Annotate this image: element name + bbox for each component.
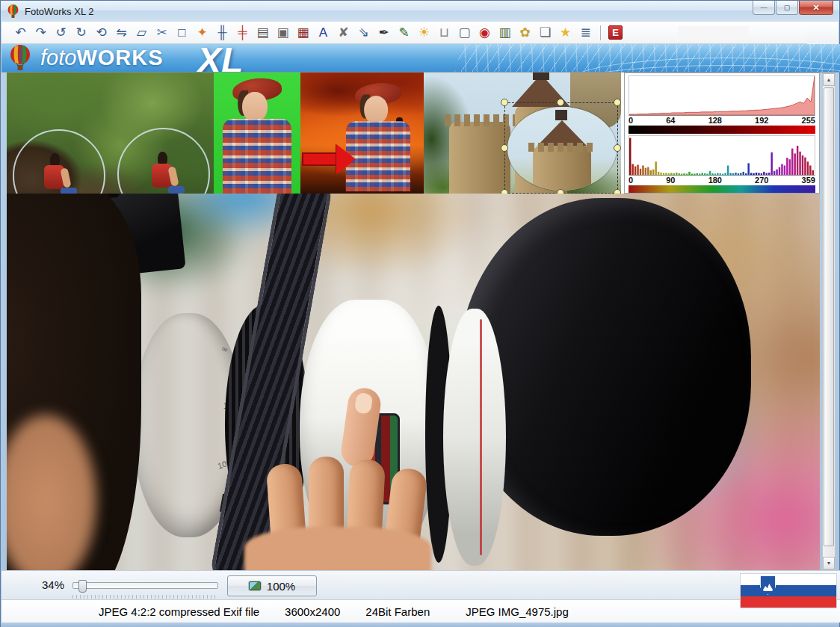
luminance-axis: 0 64 128 192 255 xyxy=(629,116,815,126)
hiker-figure xyxy=(38,153,72,194)
hand-wrist xyxy=(244,527,431,570)
boy-figure xyxy=(215,72,297,194)
vertical-scrollbar[interactable]: ▲ ▼ xyxy=(822,72,836,570)
red-arrow-icon xyxy=(302,144,357,174)
tick-label: 180 xyxy=(708,176,722,185)
thumbnail-greenscreen-before[interactable] xyxy=(214,72,300,194)
brand-banner: fotoWORKS XL xyxy=(1,44,840,72)
frame-border-icon[interactable]: ▢ xyxy=(454,24,475,42)
selection-rectangle xyxy=(504,102,618,194)
crop-frame-icon[interactable]: □ xyxy=(172,24,192,42)
thumbnail-blur-effect-demo[interactable] xyxy=(7,72,214,194)
selection-handle[interactable] xyxy=(557,99,564,106)
rotate-ccw-icon[interactable]: ↺ xyxy=(51,24,71,42)
zoom-100-button[interactable]: 100% xyxy=(227,575,317,596)
mirror-flip-icon[interactable]: ⇋ xyxy=(111,24,132,42)
logo-text: fotoWORKS xyxy=(40,46,164,70)
triglav-mountain xyxy=(762,584,773,591)
thumbnail-greenscreen-after[interactable] xyxy=(300,72,424,194)
flag-white-stripe xyxy=(741,574,836,585)
toolbar-endcap xyxy=(807,22,839,44)
brightness-sun-icon[interactable]: ☀ xyxy=(414,24,434,42)
tick-label: 0 xyxy=(629,116,633,126)
image-edit-icon[interactable]: ✎ xyxy=(394,24,414,42)
luminance-gradient-bar xyxy=(629,126,815,134)
histogram-panel: 0 64 128 192 255 0 90 180 270 359 xyxy=(624,72,820,194)
red-eye-icon[interactable]: ◉ xyxy=(475,24,495,42)
hue-gradient-bar xyxy=(629,185,815,194)
calligraphy-pen-icon[interactable]: ✒ xyxy=(374,24,394,42)
main-image-canvas[interactable]: ∞ 135 100 xyxy=(7,194,820,570)
boy-figure xyxy=(339,78,416,191)
tower-cupola xyxy=(533,72,549,80)
selection-handle[interactable] xyxy=(614,99,621,106)
luminance-histogram xyxy=(629,75,815,116)
status-color-depth: 24Bit Farben xyxy=(365,605,430,618)
logo-xl: XL xyxy=(197,44,243,72)
selection-handle[interactable] xyxy=(501,144,508,152)
hiker-figure xyxy=(146,152,180,194)
zoom-slider[interactable] xyxy=(72,580,218,592)
exif-e-button[interactable]: E xyxy=(608,25,623,40)
lens-marking: ∞ xyxy=(220,344,229,354)
zoom-slider-thumb[interactable] xyxy=(78,580,87,593)
rotate-page-right-icon[interactable]: ↷ xyxy=(31,24,51,42)
gift-icon[interactable]: ✿ xyxy=(515,24,535,42)
tick-label: 90 xyxy=(666,176,675,185)
toolbar-separator xyxy=(600,25,601,40)
zoom-slider-track[interactable] xyxy=(72,582,218,589)
copy-shapes-icon[interactable]: ❏ xyxy=(535,24,555,42)
tick-label: 255 xyxy=(802,116,815,126)
logo-balloon-icon xyxy=(7,45,34,72)
tick-label: 359 xyxy=(802,176,815,185)
thumbnail-castle-clone-demo[interactable] xyxy=(424,72,621,194)
tick-label: 270 xyxy=(755,176,768,185)
toolbar-placeholder xyxy=(678,26,749,40)
thumb-nail xyxy=(354,392,374,415)
selection-handle[interactable] xyxy=(501,99,508,106)
toolbar-icons: ↶↷↺↻⟲⇋▱✂□✦╫╪▤▣▦A✘⇘✒✎☀⊔▢◉▥✿❏★≣ xyxy=(10,24,596,42)
app-balloon-icon xyxy=(7,4,19,19)
scroll-up-button[interactable]: ▲ xyxy=(823,73,835,86)
slovenia-flag[interactable] xyxy=(741,574,836,608)
zoom-fit-icon xyxy=(249,581,261,590)
close-button[interactable]: ✕ xyxy=(799,1,833,15)
maximize-button[interactable]: ▢ xyxy=(776,1,798,15)
scrollbar-thumb[interactable] xyxy=(824,87,834,546)
rotate-page-left-icon[interactable]: ↶ xyxy=(10,24,31,42)
logo-foto: foto xyxy=(40,46,76,70)
status-bar: JPEG 4:2:2 compressed Exif file 3600x240… xyxy=(1,599,840,623)
framed-picture-icon[interactable]: ▥ xyxy=(495,24,515,42)
crop-sheet-icon[interactable]: ▱ xyxy=(132,24,152,42)
window-title: FotoWorks XL 2 xyxy=(25,6,93,17)
zoom-100-label: 100% xyxy=(267,580,295,593)
status-filename: JPEG IMG_4975.jpg xyxy=(466,605,569,618)
texture-stamp-icon[interactable]: ▤ xyxy=(253,24,273,42)
favorites-star-icon[interactable]: ★ xyxy=(555,24,575,42)
app-window: FotoWorks XL 2 — ▢ ✕ ↶↷↺↻⟲⇋▱✂□✦╫╪▤▣▦A✘⇘✒… xyxy=(0,0,840,627)
magic-wand-icon[interactable]: ✦ xyxy=(192,24,212,42)
camera-icon[interactable]: ▣ xyxy=(273,24,293,42)
title-bar: FotoWorks XL 2 — ▢ ✕ xyxy=(1,1,839,22)
status-file-format: JPEG 4:2:2 compressed Exif file xyxy=(99,605,259,618)
tick-label: 64 xyxy=(666,116,675,126)
selection-handle[interactable] xyxy=(614,144,621,152)
zoom-slider-ticks xyxy=(72,595,218,599)
hue-axis: 0 90 180 270 359 xyxy=(629,176,815,185)
text-tool-icon[interactable]: A xyxy=(313,24,333,42)
flag-red-stripe xyxy=(741,596,836,608)
rotate-cw-icon[interactable]: ↻ xyxy=(71,24,91,42)
scissors-icon[interactable]: ✂ xyxy=(152,24,172,42)
color-levels-icon[interactable]: ╪ xyxy=(232,24,253,42)
insert-image-icon[interactable]: ⇘ xyxy=(353,24,374,42)
minimize-button[interactable]: — xyxy=(753,1,775,15)
image-frame-icon[interactable]: ▦ xyxy=(293,24,313,42)
tools-icon[interactable]: ✘ xyxy=(333,24,353,42)
lens-red-ring xyxy=(480,319,482,555)
scroll-down-button[interactable]: ▼ xyxy=(823,557,835,569)
tick-label: 0 xyxy=(629,176,633,185)
adjust-sliders-icon[interactable]: ╫ xyxy=(212,24,232,42)
paint-bucket-icon[interactable]: ⊔ xyxy=(434,24,454,42)
print-collage-icon[interactable]: ≣ xyxy=(575,24,596,42)
rotate-180-icon[interactable]: ⟲ xyxy=(91,24,111,42)
